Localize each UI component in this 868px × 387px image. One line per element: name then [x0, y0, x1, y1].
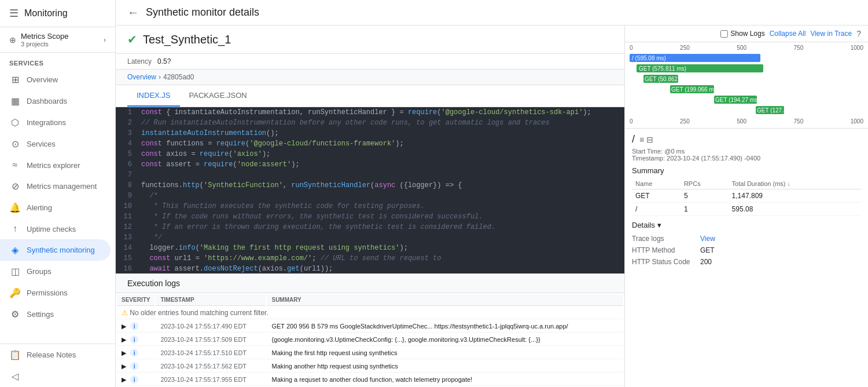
bar-label-get-3: GET (194.27 ms): [715, 97, 757, 103]
help-icon[interactable]: ?: [856, 29, 861, 38]
expand-log-button[interactable]: ▶: [122, 363, 126, 370]
trace-bar-get-3[interactable]: GET (194.27 ms): [643, 95, 849, 104]
breadcrumb-overview-link[interactable]: Overview: [127, 73, 156, 81]
summary-row: GET 5 1,147.809: [632, 189, 861, 203]
sidebar-collapse-btn[interactable]: ◁: [0, 366, 111, 387]
sidebar-item-metrics-explorer[interactable]: ≈ Metrics explorer: [0, 155, 111, 176]
details-header[interactable]: Details ▾: [632, 221, 861, 229]
sidebar-item-dashboards[interactable]: ▦ Dashboards: [0, 90, 111, 112]
trace-bar-get-1[interactable]: GET (50.862 ms): [643, 74, 849, 83]
sidebar-item-groups[interactable]: ◫ Groups: [0, 261, 111, 282]
back-button[interactable]: ←: [127, 6, 139, 19]
breadcrumb: Overview › 42805ad0: [116, 70, 624, 85]
metrics-scope-item[interactable]: ⊕ Metrics Scope 3 projects ›: [0, 27, 115, 53]
detail-label: HTTP Status Code: [632, 258, 696, 266]
trace-path-row: / ≡ ⊟: [632, 133, 861, 145]
summary-duration: 595.08: [729, 203, 861, 216]
trace-bar-get-main[interactable]: GET (575.811 ms): [637, 64, 849, 73]
log-timestamp: 2023-10-24 17:55:17.562 EDT: [156, 360, 266, 373]
sidebar-item-integrations[interactable]: ⬡ Integrations: [0, 112, 111, 133]
show-logs-checkbox[interactable]: [720, 30, 728, 38]
execution-logs-section: Execution logs SEVERITY TIMESTAMP SUMMAR…: [116, 273, 624, 387]
log-timestamp: 2023-10-24 17:55:17.509 EDT: [156, 334, 266, 346]
bar-label-get-main: GET (575.811 ms): [639, 65, 686, 72]
sidebar-item-alerting[interactable]: 🔔 Alerting: [0, 197, 111, 218]
log-summary: Making another http request using synthe…: [267, 360, 623, 373]
tab-index-js[interactable]: INDEX.JS: [127, 85, 180, 107]
metrics-scope-title: Metrics Scope: [21, 32, 99, 41]
logs-table: SEVERITY TIMESTAMP SUMMARY ⚠ No older en…: [116, 293, 624, 387]
expand-log-button[interactable]: ▶: [122, 349, 126, 356]
alerting-icon: 🔔: [9, 202, 21, 213]
summary-col-name: Name: [632, 178, 681, 189]
metrics-scope-text: Metrics Scope 3 projects: [21, 32, 99, 48]
log-timestamp: 2023-10-24 17:55:17.510 EDT: [156, 347, 266, 359]
log-severity: ▶ i: [117, 320, 155, 333]
code-line-7: 7: [116, 170, 624, 180]
sidebar-item-label-metrics-management: Metrics management: [27, 182, 97, 191]
sidebar-item-label-services: Services: [27, 140, 56, 148]
info-icon: i: [130, 375, 138, 384]
expand-log-button[interactable]: ▶: [122, 336, 126, 343]
right-panel-header: Show Logs Collapse All View in Trace ?: [625, 25, 868, 42]
main-header: ← Synthetic monitor details: [116, 0, 868, 25]
grid-view-icon[interactable]: ⊟: [646, 135, 653, 144]
sidebar-item-services[interactable]: ⊙ Services: [0, 133, 111, 155]
sidebar-item-permissions[interactable]: 🔑 Permissions: [0, 282, 111, 304]
code-line-16: 16 await assert.doesNotReject(axios.get(…: [116, 264, 624, 273]
metrics-management-icon: ⊘: [9, 181, 21, 192]
bar-label-get-4: GET (127.801 ms): [757, 107, 784, 114]
collapse-all-button[interactable]: Collapse All: [770, 30, 806, 38]
status-pass-icon: ✔: [127, 32, 137, 46]
trace-bar-get-4[interactable]: GET (127.801 ms): [643, 105, 849, 115]
list-view-icon[interactable]: ≡: [639, 135, 644, 144]
code-line-11: 11 * If the code runs without errors, th…: [116, 211, 624, 222]
summary-rpcs: 1: [681, 203, 729, 216]
summary-duration: 1,147.809: [729, 189, 861, 203]
code-line-10: 10 * This function executes the syntheti…: [116, 201, 624, 211]
sidebar-item-synthetic-monitoring[interactable]: ◈ Synthetic monitoring: [0, 239, 111, 261]
sidebar-header: ☰ Monitoring: [0, 0, 115, 27]
sidebar-item-overview[interactable]: ⊞ Overview: [0, 69, 111, 90]
sort-duration-icon[interactable]: ↓: [788, 181, 790, 187]
expand-log-button[interactable]: ▶: [122, 323, 126, 330]
detail-row: Trace logs View: [632, 233, 861, 244]
detail-value[interactable]: View: [700, 235, 715, 243]
expand-log-button[interactable]: ▶: [122, 376, 126, 383]
sidebar-item-metrics-management[interactable]: ⊘ Metrics management: [0, 176, 111, 197]
synthetic-monitoring-icon: ◈: [9, 244, 21, 255]
trace-chart: 0 250 500 750 1000 / (595.08 ms): [625, 42, 868, 129]
detail-row: HTTP Status Code 200: [632, 256, 861, 268]
trace-bars-container: / (595.08 ms) GET (575.811 ms) GET (50.8…: [630, 52, 849, 116]
log-row: ▶ i 2023-10-24 17:55:17.510 EDT Making t…: [117, 347, 623, 359]
col-severity: SEVERITY: [117, 294, 155, 306]
trace-bar-get-2[interactable]: GET (199.066 ms): [643, 85, 849, 94]
col-summary: SUMMARY: [267, 294, 623, 306]
trace-bar-root[interactable]: / (595.08 ms): [630, 53, 849, 63]
sidebar-item-uptime-checks[interactable]: ↑ Uptime checks: [0, 218, 111, 239]
sidebar-item-settings[interactable]: ⚙ Settings: [0, 304, 111, 325]
sidebar-item-label-permissions: Permissions: [27, 289, 68, 297]
chevron-right-icon: ›: [104, 36, 106, 44]
sidebar-item-label-release-notes: Release Notes: [27, 351, 76, 359]
monitoring-icon: ☰: [9, 7, 19, 20]
tab-package-json[interactable]: PACKAGE.JSON: [180, 85, 256, 107]
detail-label: Trace logs: [632, 235, 696, 243]
code-line-8: 8 functions.http('SyntheticFunction', ru…: [116, 180, 624, 191]
permissions-icon: 🔑: [9, 287, 21, 298]
sidebar-item-release-notes[interactable]: 📋 Release Notes: [0, 344, 111, 366]
breadcrumb-current: 42805ad0: [163, 73, 194, 81]
detail-row: HTTP Method GET: [632, 244, 861, 256]
sidebar-item-label-uptime-checks: Uptime checks: [27, 225, 76, 233]
bar-label-root: / (595.08 ms): [632, 55, 666, 61]
metrics-explorer-icon: ≈: [9, 160, 21, 170]
code-line-3: 3 instantiateAutoInstrumentation();: [116, 128, 624, 138]
code-line-5: 5 const axios = require('axios');: [116, 149, 624, 159]
log-severity: ▶ i: [117, 347, 155, 359]
monitor-name: Test_Synthetic_1: [143, 33, 231, 46]
show-logs-checkbox-label[interactable]: Show Logs: [720, 30, 764, 38]
groups-icon: ◫: [9, 266, 21, 277]
view-in-trace-link[interactable]: View in Trace: [810, 30, 852, 38]
services-section-label: Services: [0, 53, 115, 69]
summary-title: Summary: [632, 166, 861, 175]
